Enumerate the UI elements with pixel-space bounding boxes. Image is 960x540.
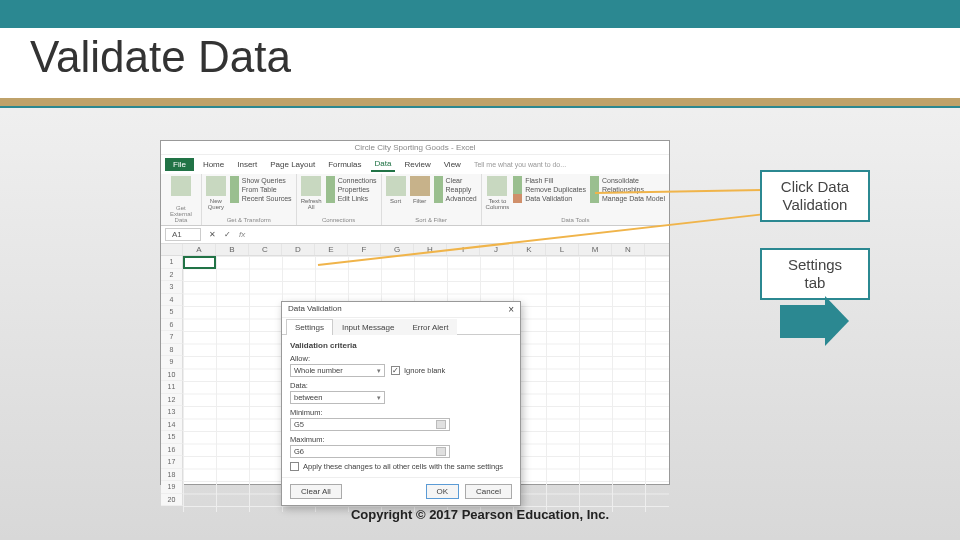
tab-file[interactable]: File <box>165 158 194 171</box>
allow-label: Allow: <box>290 354 512 363</box>
maximum-input[interactable]: G6 <box>290 445 450 458</box>
row-header[interactable]: 18 <box>161 469 183 482</box>
tab-data[interactable]: Data <box>371 157 396 172</box>
close-icon[interactable]: × <box>508 304 514 315</box>
ok-button[interactable]: OK <box>426 484 460 499</box>
tab-view[interactable]: View <box>440 158 465 171</box>
col-header[interactable]: C <box>249 244 282 255</box>
filter-icon[interactable] <box>410 176 430 196</box>
cmd-connections[interactable]: Connections <box>326 176 377 185</box>
cancel-icon[interactable]: ✕ <box>209 230 216 239</box>
select-all-corner[interactable] <box>161 244 183 255</box>
cancel-button[interactable]: Cancel <box>465 484 512 499</box>
row-header[interactable]: 1 <box>161 256 183 269</box>
get-external-data-icon[interactable] <box>171 176 191 196</box>
text-to-columns-icon[interactable] <box>487 176 507 196</box>
col-header[interactable]: E <box>315 244 348 255</box>
confirm-icon[interactable]: ✓ <box>224 230 231 239</box>
row-header[interactable]: 15 <box>161 431 183 444</box>
cmd-manage-data-model[interactable]: Manage Data Model <box>590 194 665 203</box>
dialog-title: Data Validation <box>288 304 342 315</box>
dialog-footer: Clear All OK Cancel <box>282 477 520 505</box>
tab-pagelayout[interactable]: Page Layout <box>266 158 319 171</box>
col-header[interactable]: A <box>183 244 216 255</box>
cmd-from-table[interactable]: From Table <box>230 185 292 194</box>
row-header[interactable]: 10 <box>161 369 183 382</box>
title-band: Validate Data <box>0 0 960 108</box>
row-header[interactable]: 8 <box>161 344 183 357</box>
refresh-all-icon[interactable] <box>301 176 321 196</box>
col-header[interactable]: N <box>612 244 645 255</box>
dialog-body: Validation criteria Allow: Whole number … <box>282 335 520 477</box>
row-header[interactable]: 13 <box>161 406 183 419</box>
row-header[interactable]: 6 <box>161 319 183 332</box>
callout-settings-tab: Settings tab <box>760 248 870 300</box>
ref-button-icon[interactable] <box>436 420 446 429</box>
row-header[interactable]: 19 <box>161 481 183 494</box>
cmd-remove-duplicates[interactable]: Remove Duplicates <box>513 185 586 194</box>
group-label-sortfilter: Sort & Filter <box>386 217 477 223</box>
cmd-reapply[interactable]: Reapply <box>434 185 477 194</box>
group-get-transform: New Query Show Queries From Table Recent… <box>202 174 297 225</box>
col-header[interactable]: M <box>579 244 612 255</box>
row-header[interactable]: 12 <box>161 394 183 407</box>
tab-insert[interactable]: Insert <box>233 158 261 171</box>
row-header[interactable]: 7 <box>161 331 183 344</box>
ignore-blank-checkbox[interactable]: ✓Ignore blank <box>391 366 445 375</box>
row-header[interactable]: 5 <box>161 306 183 319</box>
cmd-properties[interactable]: Properties <box>326 185 377 194</box>
tab-formulas[interactable]: Formulas <box>324 158 365 171</box>
row-header[interactable]: 16 <box>161 444 183 457</box>
ref-button-icon[interactable] <box>436 447 446 456</box>
name-box[interactable]: A1 <box>165 228 201 241</box>
cmd-recent-sources[interactable]: Recent Sources <box>230 194 292 203</box>
validation-criteria-label: Validation criteria <box>290 341 512 350</box>
cmd-advanced[interactable]: Advanced <box>434 194 477 203</box>
row-header[interactable]: 11 <box>161 381 183 394</box>
new-query-label: New Query <box>206 198 226 210</box>
tell-me-search[interactable]: Tell me what you want to do... <box>470 159 570 170</box>
dialog-titlebar: Data Validation × <box>282 302 520 318</box>
row-header[interactable]: 2 <box>161 269 183 282</box>
maximum-label: Maximum: <box>290 435 512 444</box>
row-header[interactable]: 9 <box>161 356 183 369</box>
clear-all-button[interactable]: Clear All <box>290 484 342 499</box>
cmd-flash-fill[interactable]: Flash Fill <box>513 176 586 185</box>
tab-home[interactable]: Home <box>199 158 228 171</box>
cmd-show-queries[interactable]: Show Queries <box>230 176 292 185</box>
apply-changes-checkbox[interactable]: Apply these changes to all other cells w… <box>290 462 512 471</box>
col-header[interactable]: K <box>513 244 546 255</box>
row-header[interactable]: 3 <box>161 281 183 294</box>
col-header[interactable]: D <box>282 244 315 255</box>
group-label-connections: Connections <box>301 217 377 223</box>
refresh-all-label: Refresh All <box>301 198 322 210</box>
active-cell[interactable] <box>183 256 216 269</box>
tab-settings[interactable]: Settings <box>286 319 333 335</box>
minimum-input[interactable]: G5 <box>290 418 450 431</box>
minimum-label: Minimum: <box>290 408 512 417</box>
tab-review[interactable]: Review <box>400 158 434 171</box>
cmd-consolidate[interactable]: Consolidate <box>590 176 665 185</box>
ribbon-tabs: File Home Insert Page Layout Formulas Da… <box>161 155 669 174</box>
tab-input-message[interactable]: Input Message <box>333 319 403 335</box>
col-header[interactable]: B <box>216 244 249 255</box>
col-header[interactable]: F <box>348 244 381 255</box>
row-header[interactable]: 4 <box>161 294 183 307</box>
row-header[interactable]: 14 <box>161 419 183 432</box>
sort-icon[interactable] <box>386 176 406 196</box>
row-header[interactable]: 17 <box>161 456 183 469</box>
title-underline <box>0 98 960 108</box>
cmd-clear[interactable]: Clear <box>434 176 477 185</box>
data-select[interactable]: between <box>290 391 385 404</box>
cmd-data-validation[interactable]: Data Validation <box>513 194 586 203</box>
formula-bar: A1 ✕ ✓ fx <box>161 226 669 244</box>
allow-select[interactable]: Whole number <box>290 364 385 377</box>
new-query-icon[interactable] <box>206 176 226 196</box>
row-header[interactable]: 20 <box>161 494 183 507</box>
cmd-edit-links[interactable]: Edit Links <box>326 194 377 203</box>
fx-icon[interactable]: fx <box>239 230 245 239</box>
copyright-text: Copyright © 2017 Pearson Education, Inc. <box>0 507 960 522</box>
group-sort-filter: Sort Filter Clear Reapply Advanced Sort … <box>382 174 482 225</box>
tab-error-alert[interactable]: Error Alert <box>403 319 457 335</box>
col-header[interactable]: L <box>546 244 579 255</box>
